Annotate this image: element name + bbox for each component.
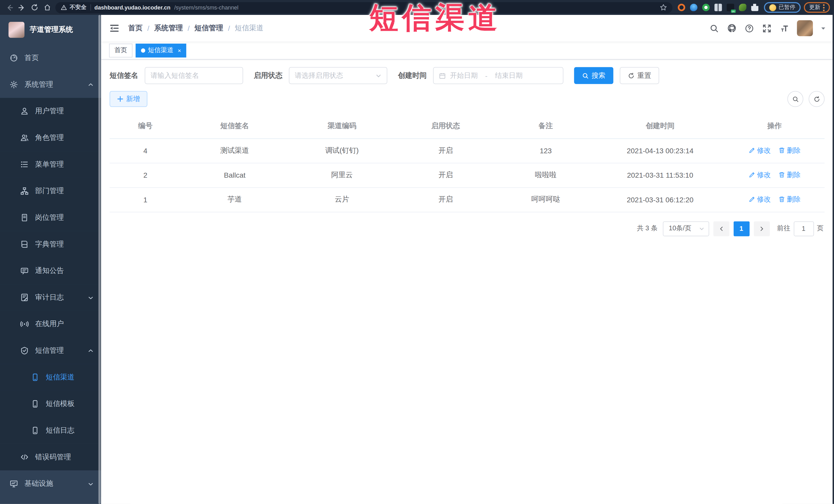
cell-remark: 呵呵呵哒 bbox=[496, 188, 596, 212]
font-size-icon[interactable] bbox=[779, 23, 789, 33]
delete-link[interactable]: 删除 bbox=[778, 146, 800, 155]
browser-home-icon[interactable] bbox=[43, 3, 52, 12]
delete-link-label: 删除 bbox=[787, 195, 800, 204]
profile-paused-chip[interactable]: 已暂停 bbox=[764, 2, 800, 13]
address-bar[interactable]: 不安全 dashboard.yudao.iocoder.cn/system/sm… bbox=[56, 2, 672, 13]
sidebar-item-17[interactable]: 基础设施 bbox=[0, 470, 101, 497]
sidebar-item-15[interactable]: 短信日志 bbox=[0, 417, 101, 444]
cell-operations: 修改删除 bbox=[724, 138, 825, 163]
sidebar-item-label: 首页 bbox=[24, 53, 39, 63]
ext-blue-drop-icon[interactable] bbox=[690, 4, 697, 11]
sidebar-item-2[interactable]: 系统管理 bbox=[0, 71, 101, 98]
page-size-select[interactable]: 10条/页 bbox=[663, 221, 709, 236]
github-icon[interactable] bbox=[727, 23, 737, 33]
sidebar-menu: 首页系统管理用户管理角色管理菜单管理部门管理岗位管理字典管理通知公告审计日志在线… bbox=[0, 45, 101, 497]
sign-filter-label: 短信签名 bbox=[110, 71, 138, 80]
window-scrollbar[interactable] bbox=[832, 15, 834, 504]
sidebar-item-label: 短信日志 bbox=[46, 426, 74, 435]
chevron-down-icon bbox=[88, 481, 94, 487]
delete-link[interactable]: 删除 bbox=[778, 170, 800, 180]
sidebar-item-label: 短信模板 bbox=[46, 399, 74, 409]
breadcrumb-item-3[interactable]: 短信管理 bbox=[195, 23, 223, 33]
page-content: 短信签名 请输入短信签名 启用状态 请选择启用状态 创建时间 bbox=[101, 60, 834, 504]
help-question-icon[interactable] bbox=[744, 23, 754, 33]
sidebar-item-label: 审计日志 bbox=[35, 293, 64, 302]
breadcrumb-item-1[interactable]: 首页 bbox=[128, 23, 142, 33]
sidebar-item-7[interactable]: 岗位管理 bbox=[0, 204, 101, 231]
post-badge-icon bbox=[20, 213, 29, 222]
avatar-caret-down-icon[interactable] bbox=[820, 25, 826, 31]
fullscreen-icon[interactable] bbox=[762, 23, 772, 33]
sidebar-item-4[interactable]: 角色管理 bbox=[0, 125, 101, 151]
extensions-row: on bbox=[675, 4, 761, 11]
plus-icon bbox=[117, 96, 124, 102]
add-button[interactable]: 新增 bbox=[110, 91, 147, 107]
refresh-circle-button[interactable] bbox=[809, 91, 825, 107]
sidebar-item-10[interactable]: 审计日志 bbox=[0, 284, 101, 311]
ext-grid-blue-dot-icon[interactable] bbox=[714, 4, 722, 11]
header-search-icon[interactable] bbox=[709, 23, 719, 33]
goto-page-input[interactable]: 1 bbox=[793, 221, 814, 236]
sidebar-item-6[interactable]: 部门管理 bbox=[0, 178, 101, 204]
sidebar-item-12[interactable]: 短信管理 bbox=[0, 337, 101, 364]
ext-orange-ring-icon[interactable] bbox=[677, 4, 685, 11]
status-select-placeholder: 请选择启用状态 bbox=[295, 71, 343, 80]
browser-update-chip[interactable]: 更新 bbox=[804, 2, 830, 13]
sidebar-item-11[interactable]: 在线用户 bbox=[0, 311, 101, 337]
sidebar-item-9[interactable]: 通知公告 bbox=[0, 258, 101, 284]
app-logo-row[interactable]: 芋道管理系统 bbox=[0, 15, 101, 45]
cell-id: 1 bbox=[110, 188, 181, 212]
edit-link[interactable]: 修改 bbox=[748, 170, 771, 180]
cell-sign: 芋道 bbox=[181, 188, 288, 212]
cell-created: 2021-03-31 11:53:10 bbox=[596, 163, 724, 187]
sidebar-item-label: 短信渠道 bbox=[46, 373, 74, 382]
time-filter-label: 创建时间 bbox=[398, 71, 426, 80]
bookmark-star-icon[interactable] bbox=[659, 4, 667, 11]
tab-1[interactable]: 首页 bbox=[109, 43, 132, 57]
sidebar-item-5[interactable]: 菜单管理 bbox=[0, 151, 101, 178]
sidebar-collapse-icon[interactable] bbox=[109, 23, 119, 34]
sign-filter-input[interactable]: 请输入短信签名 bbox=[145, 67, 243, 84]
toggle-search-circle-button[interactable] bbox=[787, 91, 803, 107]
sidebar-item-13[interactable]: 短信渠道 bbox=[0, 364, 101, 391]
column-header-6: 创建时间 bbox=[596, 114, 724, 138]
sidebar: 芋道管理系统 首页系统管理用户管理角色管理菜单管理部门管理岗位管理字典管理通知公… bbox=[0, 15, 101, 504]
phone-icon bbox=[31, 399, 39, 408]
security-warning[interactable]: 不安全 bbox=[61, 4, 87, 11]
browser-forward-icon[interactable] bbox=[17, 3, 26, 12]
ext-dark-on-badge-icon[interactable]: on bbox=[726, 4, 734, 11]
breadcrumb-item-2[interactable]: 系统管理 bbox=[154, 23, 183, 33]
search-button[interactable]: 搜索 bbox=[574, 67, 613, 84]
next-page-button[interactable] bbox=[754, 221, 770, 236]
sidebar-item-16[interactable]: 错误码管理 bbox=[0, 444, 101, 470]
tab-close-icon[interactable]: × bbox=[178, 47, 181, 53]
user-avatar[interactable] bbox=[797, 20, 813, 36]
ext-green-leaf-icon[interactable] bbox=[739, 4, 746, 11]
reset-button[interactable]: 重置 bbox=[620, 67, 659, 84]
sidebar-item-1[interactable]: 首页 bbox=[0, 45, 101, 71]
page-number-1[interactable]: 1 bbox=[733, 221, 749, 236]
table-header-row: 编号短信签名渠道编码启用状态备注创建时间操作 bbox=[110, 114, 825, 138]
status-filter-select[interactable]: 请选择启用状态 bbox=[289, 67, 387, 84]
browser-menu-kebab-icon[interactable] bbox=[823, 4, 825, 11]
tab-2[interactable]: 短信渠道× bbox=[135, 43, 186, 57]
ext-green-check-icon[interactable] bbox=[702, 4, 709, 11]
ext-puzzle-icon[interactable] bbox=[751, 4, 758, 11]
create-time-range-picker[interactable]: 开始日期 - 结束日期 bbox=[433, 67, 564, 84]
sidebar-scrollbar[interactable] bbox=[98, 15, 101, 504]
sidebar-item-14[interactable]: 短信模板 bbox=[0, 391, 101, 417]
edit-link[interactable]: 修改 bbox=[748, 146, 771, 155]
table-row: 1芋道云片开启呵呵呵哒2021-03-31 06:12:20修改删除 bbox=[110, 188, 825, 212]
browser-back-icon[interactable] bbox=[4, 3, 14, 12]
edit-link[interactable]: 修改 bbox=[748, 195, 771, 204]
delete-link[interactable]: 删除 bbox=[778, 195, 800, 204]
sidebar-item-label: 系统管理 bbox=[24, 80, 53, 89]
cell-created: 2021-04-13 00:23:14 bbox=[596, 138, 724, 163]
column-header-7: 操作 bbox=[724, 114, 825, 138]
sidebar-item-3[interactable]: 用户管理 bbox=[0, 98, 101, 125]
browser-reload-icon[interactable] bbox=[30, 3, 39, 12]
phone-icon bbox=[31, 373, 39, 381]
sidebar-item-8[interactable]: 字典管理 bbox=[0, 231, 101, 258]
column-header-4: 启用状态 bbox=[396, 114, 496, 138]
prev-page-button[interactable] bbox=[713, 221, 729, 236]
